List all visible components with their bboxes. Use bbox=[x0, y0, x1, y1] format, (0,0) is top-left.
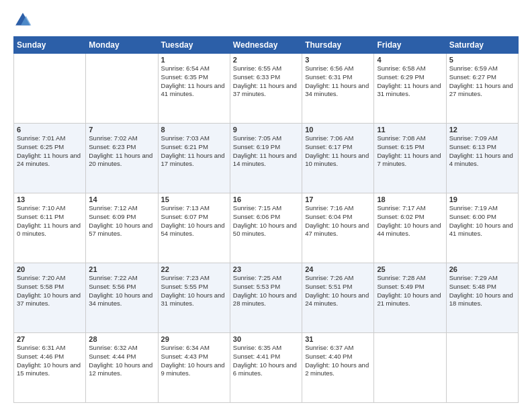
day-number: 27 bbox=[17, 335, 83, 343]
day-info: Sunrise: 6:34 AMSunset: 4:43 PMDaylight:… bbox=[161, 344, 227, 378]
day-info: Sunrise: 6:59 AMSunset: 6:27 PMDaylight:… bbox=[449, 64, 515, 99]
day-info: Sunrise: 7:25 AMSunset: 5:53 PMDaylight:… bbox=[233, 274, 299, 308]
day-number: 3 bbox=[305, 56, 371, 64]
logo-icon bbox=[13, 11, 32, 30]
calendar-cell: 22Sunrise: 7:23 AMSunset: 5:55 PMDayligh… bbox=[158, 263, 230, 333]
day-info: Sunrise: 7:17 AMSunset: 6:02 PMDaylight:… bbox=[377, 204, 443, 238]
day-number: 29 bbox=[161, 335, 227, 343]
logo bbox=[13, 11, 35, 30]
calendar-cell: 5Sunrise: 6:59 AMSunset: 6:27 PMDaylight… bbox=[446, 54, 518, 124]
day-number: 13 bbox=[17, 195, 83, 203]
day-info: Sunrise: 6:56 AMSunset: 6:31 PMDaylight:… bbox=[305, 64, 371, 99]
day-number: 1 bbox=[161, 56, 227, 64]
day-number: 26 bbox=[449, 265, 515, 273]
weekday-header: Sunday bbox=[14, 37, 86, 54]
calendar-week-row: 13Sunrise: 7:10 AMSunset: 6:11 PMDayligh… bbox=[14, 193, 519, 263]
weekday-header: Monday bbox=[86, 37, 158, 54]
weekday-header: Friday bbox=[374, 37, 446, 54]
day-number: 25 bbox=[377, 265, 443, 273]
day-number: 30 bbox=[233, 335, 299, 343]
calendar-cell bbox=[446, 333, 518, 403]
calendar-cell: 21Sunrise: 7:22 AMSunset: 5:56 PMDayligh… bbox=[86, 263, 158, 333]
calendar-cell: 28Sunrise: 6:32 AMSunset: 4:44 PMDayligh… bbox=[86, 333, 158, 403]
calendar-table: SundayMondayTuesdayWednesdayThursdayFrid… bbox=[13, 36, 519, 403]
day-info: Sunrise: 7:02 AMSunset: 6:23 PMDaylight:… bbox=[89, 134, 154, 169]
day-info: Sunrise: 7:08 AMSunset: 6:15 PMDaylight:… bbox=[377, 134, 443, 169]
weekday-header: Wednesday bbox=[230, 37, 302, 54]
calendar-body: 1Sunrise: 6:54 AMSunset: 6:35 PMDaylight… bbox=[14, 54, 519, 403]
day-info: Sunrise: 7:26 AMSunset: 5:51 PMDaylight:… bbox=[305, 274, 371, 308]
calendar-cell bbox=[374, 333, 446, 403]
calendar-cell: 31Sunrise: 6:37 AMSunset: 4:40 PMDayligh… bbox=[302, 333, 374, 403]
day-info: Sunrise: 7:12 AMSunset: 6:09 PMDaylight:… bbox=[89, 204, 154, 238]
calendar-cell: 13Sunrise: 7:10 AMSunset: 6:11 PMDayligh… bbox=[14, 193, 86, 263]
calendar-cell: 1Sunrise: 6:54 AMSunset: 6:35 PMDaylight… bbox=[158, 54, 230, 124]
day-number: 2 bbox=[233, 56, 299, 64]
calendar-cell: 4Sunrise: 6:58 AMSunset: 6:29 PMDaylight… bbox=[374, 54, 446, 124]
day-number: 16 bbox=[233, 195, 299, 203]
day-info: Sunrise: 7:01 AMSunset: 6:25 PMDaylight:… bbox=[17, 134, 83, 169]
day-info: Sunrise: 7:22 AMSunset: 5:56 PMDaylight:… bbox=[89, 274, 154, 308]
calendar-week-row: 1Sunrise: 6:54 AMSunset: 6:35 PMDaylight… bbox=[14, 54, 519, 124]
day-info: Sunrise: 7:29 AMSunset: 5:48 PMDaylight:… bbox=[449, 274, 515, 308]
day-info: Sunrise: 7:16 AMSunset: 6:04 PMDaylight:… bbox=[305, 204, 371, 238]
calendar-cell: 8Sunrise: 7:03 AMSunset: 6:21 PMDaylight… bbox=[158, 124, 230, 193]
header bbox=[13, 11, 519, 30]
page: SundayMondayTuesdayWednesdayThursdayFrid… bbox=[0, 0, 532, 411]
day-number: 4 bbox=[377, 56, 443, 64]
day-info: Sunrise: 6:55 AMSunset: 6:33 PMDaylight:… bbox=[233, 64, 299, 99]
day-info: Sunrise: 7:23 AMSunset: 5:55 PMDaylight:… bbox=[161, 274, 227, 308]
day-info: Sunrise: 7:19 AMSunset: 6:00 PMDaylight:… bbox=[449, 204, 515, 238]
day-info: Sunrise: 7:10 AMSunset: 6:11 PMDaylight:… bbox=[17, 204, 83, 238]
calendar-week-row: 20Sunrise: 7:20 AMSunset: 5:58 PMDayligh… bbox=[14, 263, 519, 333]
day-info: Sunrise: 6:31 AMSunset: 4:46 PMDaylight:… bbox=[17, 344, 83, 378]
calendar-cell: 29Sunrise: 6:34 AMSunset: 4:43 PMDayligh… bbox=[158, 333, 230, 403]
day-number: 17 bbox=[305, 195, 371, 203]
day-info: Sunrise: 6:58 AMSunset: 6:29 PMDaylight:… bbox=[377, 64, 443, 99]
day-info: Sunrise: 6:54 AMSunset: 6:35 PMDaylight:… bbox=[161, 64, 227, 99]
calendar-cell: 10Sunrise: 7:06 AMSunset: 6:17 PMDayligh… bbox=[302, 124, 374, 193]
day-number: 15 bbox=[161, 195, 227, 203]
day-number: 7 bbox=[89, 126, 154, 134]
calendar-cell: 25Sunrise: 7:28 AMSunset: 5:49 PMDayligh… bbox=[374, 263, 446, 333]
calendar-cell: 3Sunrise: 6:56 AMSunset: 6:31 PMDaylight… bbox=[302, 54, 374, 124]
calendar-cell: 27Sunrise: 6:31 AMSunset: 4:46 PMDayligh… bbox=[14, 333, 86, 403]
calendar-cell: 17Sunrise: 7:16 AMSunset: 6:04 PMDayligh… bbox=[302, 193, 374, 263]
day-number: 9 bbox=[233, 126, 299, 134]
day-number: 19 bbox=[449, 195, 515, 203]
calendar-cell: 18Sunrise: 7:17 AMSunset: 6:02 PMDayligh… bbox=[374, 193, 446, 263]
calendar-cell bbox=[86, 54, 158, 124]
calendar-cell: 19Sunrise: 7:19 AMSunset: 6:00 PMDayligh… bbox=[446, 193, 518, 263]
day-info: Sunrise: 6:35 AMSunset: 4:41 PMDaylight:… bbox=[233, 344, 299, 378]
day-number: 10 bbox=[305, 126, 371, 134]
day-number: 20 bbox=[17, 265, 83, 273]
calendar-week-row: 6Sunrise: 7:01 AMSunset: 6:25 PMDaylight… bbox=[14, 124, 519, 193]
day-number: 11 bbox=[377, 126, 443, 134]
calendar-cell: 7Sunrise: 7:02 AMSunset: 6:23 PMDaylight… bbox=[86, 124, 158, 193]
calendar-cell bbox=[14, 54, 86, 124]
calendar-cell: 11Sunrise: 7:08 AMSunset: 6:15 PMDayligh… bbox=[374, 124, 446, 193]
calendar-cell: 12Sunrise: 7:09 AMSunset: 6:13 PMDayligh… bbox=[446, 124, 518, 193]
day-number: 28 bbox=[89, 335, 154, 343]
calendar-cell: 9Sunrise: 7:05 AMSunset: 6:19 PMDaylight… bbox=[230, 124, 302, 193]
day-number: 22 bbox=[161, 265, 227, 273]
calendar-cell: 26Sunrise: 7:29 AMSunset: 5:48 PMDayligh… bbox=[446, 263, 518, 333]
day-info: Sunrise: 7:09 AMSunset: 6:13 PMDaylight:… bbox=[449, 134, 515, 169]
calendar-cell: 23Sunrise: 7:25 AMSunset: 5:53 PMDayligh… bbox=[230, 263, 302, 333]
calendar-week-row: 27Sunrise: 6:31 AMSunset: 4:46 PMDayligh… bbox=[14, 333, 519, 403]
day-info: Sunrise: 7:13 AMSunset: 6:07 PMDaylight:… bbox=[161, 204, 227, 238]
calendar-cell: 14Sunrise: 7:12 AMSunset: 6:09 PMDayligh… bbox=[86, 193, 158, 263]
day-number: 31 bbox=[305, 335, 371, 343]
day-info: Sunrise: 7:06 AMSunset: 6:17 PMDaylight:… bbox=[305, 134, 371, 169]
day-number: 14 bbox=[89, 195, 154, 203]
day-number: 18 bbox=[377, 195, 443, 203]
calendar-cell: 16Sunrise: 7:15 AMSunset: 6:06 PMDayligh… bbox=[230, 193, 302, 263]
calendar-header: SundayMondayTuesdayWednesdayThursdayFrid… bbox=[14, 37, 519, 54]
day-number: 12 bbox=[449, 126, 515, 134]
day-number: 6 bbox=[17, 126, 83, 134]
day-info: Sunrise: 7:05 AMSunset: 6:19 PMDaylight:… bbox=[233, 134, 299, 169]
day-number: 23 bbox=[233, 265, 299, 273]
day-info: Sunrise: 7:15 AMSunset: 6:06 PMDaylight:… bbox=[233, 204, 299, 238]
header-row: SundayMondayTuesdayWednesdayThursdayFrid… bbox=[14, 37, 519, 54]
calendar-cell: 6Sunrise: 7:01 AMSunset: 6:25 PMDaylight… bbox=[14, 124, 86, 193]
